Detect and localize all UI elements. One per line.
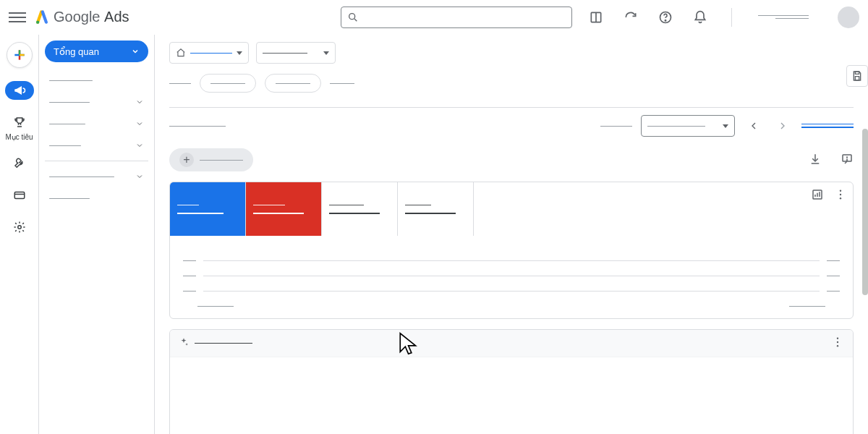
gear-icon xyxy=(13,221,26,234)
save-icon xyxy=(851,70,863,82)
main-content: + xyxy=(155,35,868,434)
more-vert-icon xyxy=(831,336,844,349)
feedback-button[interactable] xyxy=(841,153,854,168)
help-icon[interactable] xyxy=(658,9,673,25)
date-prev-button[interactable] xyxy=(744,116,764,136)
svg-point-6 xyxy=(665,20,665,20)
section-header xyxy=(169,107,854,137)
sidebar-divider xyxy=(45,161,148,161)
chevron-down-icon xyxy=(135,98,144,106)
tools-icon xyxy=(13,157,26,170)
insight-title xyxy=(195,343,252,344)
download-icon xyxy=(809,153,822,166)
sidebar: Tổng quan xyxy=(39,35,155,434)
save-view-button[interactable] xyxy=(846,65,868,87)
chart-expand-button[interactable] xyxy=(811,188,824,203)
menu-icon[interactable] xyxy=(9,9,26,26)
chevron-down-icon xyxy=(135,141,144,150)
svg-rect-14 xyxy=(855,72,859,74)
svg-point-27 xyxy=(837,338,838,339)
avatar[interactable] xyxy=(838,7,859,28)
sidebar-item-0[interactable] xyxy=(45,69,148,91)
caret-down-icon xyxy=(323,51,329,55)
rail-item-admin[interactable] xyxy=(5,218,34,237)
rail-item-campaigns[interactable] xyxy=(5,81,34,100)
refresh-icon[interactable] xyxy=(623,9,639,25)
chevron-down-icon xyxy=(131,47,140,56)
metric-tab-3[interactable] xyxy=(398,182,474,236)
svg-point-0 xyxy=(36,20,39,23)
insight-menu-button[interactable] xyxy=(831,336,844,351)
sidebar-item-4[interactable] xyxy=(45,166,148,187)
trophy-icon xyxy=(13,116,26,129)
metric-tabs xyxy=(170,182,853,236)
rail-item-tools[interactable] xyxy=(5,154,34,173)
sidebar-item-2[interactable] xyxy=(45,113,148,135)
card-menu-button[interactable] xyxy=(834,188,847,203)
megaphone-icon xyxy=(13,84,26,97)
filter-chip-0[interactable] xyxy=(200,74,256,93)
search-input[interactable] xyxy=(341,7,572,28)
chevron-right-icon xyxy=(777,120,788,132)
svg-line-2 xyxy=(354,19,357,21)
svg-point-28 xyxy=(837,341,838,343)
feedback-icon xyxy=(841,153,854,166)
compare-toggle[interactable] xyxy=(801,124,854,128)
account-switcher[interactable] xyxy=(758,15,809,19)
plus-icon xyxy=(12,48,27,62)
scope-campaign-dropdown[interactable] xyxy=(256,42,336,64)
metric-tab-2[interactable] xyxy=(322,182,398,236)
divider xyxy=(731,8,732,27)
scope-breadcrumbs xyxy=(169,42,854,64)
svg-rect-11 xyxy=(14,192,25,199)
add-card-button[interactable]: + xyxy=(169,148,253,171)
svg-point-24 xyxy=(840,190,841,192)
sidebar-primary-label: Tổng quan xyxy=(54,46,99,57)
scope-account-dropdown[interactable] xyxy=(169,42,249,64)
caret-down-icon xyxy=(723,124,728,128)
notifications-icon[interactable] xyxy=(692,9,708,25)
top-bar: Google Ads xyxy=(0,0,868,35)
svg-point-29 xyxy=(837,345,838,346)
create-button[interactable] xyxy=(7,42,33,68)
metric-tab-1[interactable] xyxy=(246,182,322,236)
chart-area xyxy=(170,236,853,318)
date-range-dropdown[interactable] xyxy=(641,115,735,137)
rail-item-goals[interactable]: Mục tiêu xyxy=(5,113,34,141)
metric-tab-0[interactable] xyxy=(170,182,246,236)
home-icon xyxy=(176,48,186,58)
sparkle-icon xyxy=(179,337,189,349)
rail-label-goals: Mục tiêu xyxy=(5,133,33,141)
filter-row xyxy=(169,74,854,93)
chevron-down-icon xyxy=(135,119,144,128)
appearance-icon[interactable] xyxy=(588,9,604,25)
nav-rail: Mục tiêu xyxy=(0,35,39,434)
logo-text: Google Ads xyxy=(54,9,129,25)
filter-chip-1[interactable] xyxy=(265,74,321,93)
rail-item-billing[interactable] xyxy=(5,186,34,205)
sidebar-primary-overview[interactable]: Tổng quan xyxy=(45,41,148,62)
metrics-chart-card xyxy=(169,182,854,319)
caret-down-icon xyxy=(237,51,242,55)
sidebar-item-5[interactable] xyxy=(45,187,148,209)
sidebar-item-1[interactable] xyxy=(45,91,148,113)
section-title xyxy=(169,126,226,127)
scrollbar[interactable] xyxy=(862,129,868,295)
svg-point-25 xyxy=(840,194,841,195)
plus-icon: + xyxy=(179,153,194,167)
more-vert-icon xyxy=(834,188,847,201)
sidebar-item-3[interactable] xyxy=(45,135,148,156)
date-next-button[interactable] xyxy=(773,116,793,136)
ads-logo-icon xyxy=(35,10,49,25)
download-button[interactable] xyxy=(809,153,822,168)
svg-point-1 xyxy=(349,13,355,19)
insight-card xyxy=(169,329,854,434)
search-field[interactable] xyxy=(365,12,566,22)
svg-point-13 xyxy=(17,226,21,229)
top-utility-icons xyxy=(588,7,859,28)
filter-label xyxy=(169,83,191,84)
search-icon xyxy=(347,12,359,23)
product-logo[interactable]: Google Ads xyxy=(35,9,129,25)
chevron-left-icon xyxy=(748,120,760,132)
date-label xyxy=(600,126,632,127)
